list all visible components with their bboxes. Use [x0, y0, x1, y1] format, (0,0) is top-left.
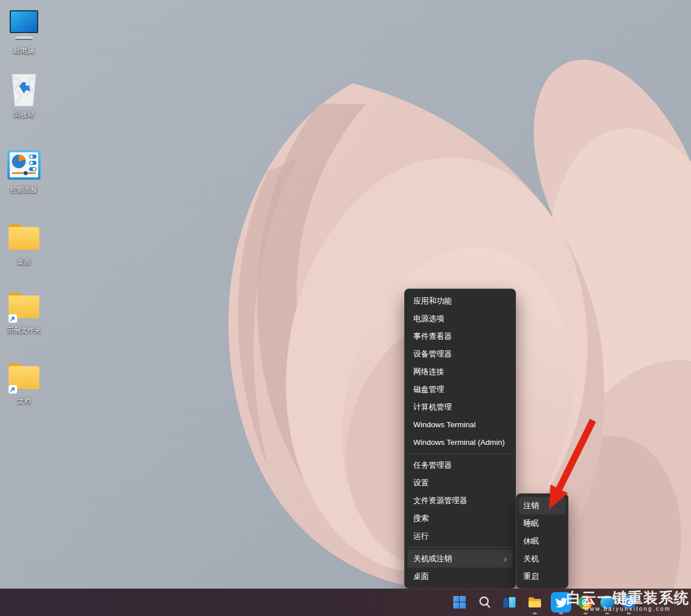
- menu-item-computer-management[interactable]: 计算机管理: [408, 398, 513, 416]
- chevron-right-icon: ›: [504, 550, 507, 568]
- wallpaper-image: [0, 0, 691, 616]
- submenu-item-hibernate[interactable]: 休眠: [519, 532, 566, 550]
- submenu-item-logout[interactable]: 注销: [519, 497, 566, 514]
- shutdown-submenu: 注销 睡眠 休眠 关机 重启: [516, 493, 568, 589]
- folder-shortcut-icon: [5, 286, 43, 324]
- recycle-bin-icon: [5, 71, 43, 108]
- running-indicator: [627, 613, 631, 614]
- menu-item-label: 关机或注销: [413, 554, 452, 563]
- twitter-button[interactable]: [547, 589, 575, 616]
- menu-item-file-explorer[interactable]: 文件资源管理器: [408, 492, 513, 509]
- taskbar-icons: [447, 589, 640, 616]
- app-button[interactable]: [618, 589, 640, 616]
- menu-separator: [405, 547, 515, 548]
- menu-item-desktop[interactable]: 桌面: [408, 568, 513, 585]
- desktop-icon-desktop-folder[interactable]: 桌面: [0, 218, 48, 266]
- chrome-button[interactable]: [575, 589, 596, 616]
- desktop-icon-label: 回收站: [14, 111, 34, 119]
- taskbar: 白云一键重装系统 www.baiyunxitong.com: [0, 589, 691, 616]
- search-button[interactable]: [472, 589, 497, 616]
- start-icon: [453, 595, 466, 609]
- desktop-icon-label: 示例文件夹: [7, 326, 41, 334]
- running-indicator: [533, 613, 537, 614]
- menu-item-run[interactable]: 运行: [408, 527, 513, 545]
- menu-item-device-manager[interactable]: 设备管理器: [408, 345, 513, 363]
- menu-item-settings[interactable]: 设置: [408, 474, 513, 492]
- folder-shortcut-icon: [5, 357, 43, 395]
- winx-context-menu: 应用和功能 电源选项 事件查看器 设备管理器 网络连接 磁盘管理 计算机管理 W…: [404, 289, 516, 589]
- desktop-icon-this-pc[interactable]: 此电脑: [0, 7, 48, 55]
- file-explorer-button[interactable]: [522, 589, 547, 616]
- desktop-icon-label: 文档: [17, 397, 31, 405]
- shortcut-arrow-icon: [9, 314, 17, 323]
- start-button[interactable]: [447, 589, 472, 616]
- desktop-icon-documents[interactable]: 文档: [0, 357, 48, 405]
- menu-item-windows-terminal[interactable]: Windows Terminal: [408, 416, 513, 433]
- running-indicator: [605, 613, 609, 614]
- desktop-icon-label: 此电脑: [14, 47, 34, 55]
- menu-separator: [405, 453, 515, 454]
- menu-item-search[interactable]: 搜索: [408, 509, 513, 527]
- edge-icon: [600, 595, 615, 610]
- app-icon: [621, 595, 636, 610]
- menu-item-windows-terminal-admin[interactable]: Windows Terminal (Admin): [408, 433, 513, 451]
- desktop-icon-label: 桌面: [17, 258, 31, 266]
- submenu-item-shutdown[interactable]: 关机: [519, 550, 566, 568]
- twitter-icon: [551, 592, 571, 613]
- chrome-icon: [578, 595, 593, 610]
- menu-item-power-options[interactable]: 电源选项: [408, 310, 513, 327]
- this-pc-icon: [5, 7, 43, 44]
- menu-item-network-connections[interactable]: 网络连接: [408, 363, 513, 380]
- folder-icon: [5, 218, 43, 256]
- desktop-icon-recycle-bin[interactable]: 回收站: [0, 71, 48, 119]
- desktop-icon-sample-folder[interactable]: 示例文件夹: [0, 286, 48, 334]
- shortcut-arrow-icon: [9, 385, 17, 394]
- menu-item-task-manager[interactable]: 任务管理器: [408, 456, 513, 474]
- task-view-button[interactable]: [497, 589, 522, 616]
- submenu-item-restart[interactable]: 重启: [519, 568, 566, 585]
- desktop-icon-control-panel[interactable]: 控制面板: [0, 146, 48, 194]
- file-explorer-icon: [527, 595, 542, 610]
- control-panel-icon: [5, 146, 43, 184]
- running-indicator: [584, 613, 588, 614]
- menu-item-disk-management[interactable]: 磁盘管理: [408, 380, 513, 398]
- edge-button[interactable]: [596, 589, 618, 616]
- menu-item-event-viewer[interactable]: 事件查看器: [408, 327, 513, 345]
- search-icon: [478, 595, 491, 609]
- task-view-icon: [502, 595, 517, 610]
- menu-item-shutdown-or-logout[interactable]: 关机或注销 ›: [408, 550, 513, 568]
- desktop-icon-label: 控制面板: [10, 186, 38, 194]
- running-indicator: [559, 613, 563, 614]
- desktop: 此电脑 回收站: [0, 0, 691, 616]
- submenu-item-sleep[interactable]: 睡眠: [519, 514, 566, 532]
- menu-item-apps-and-features[interactable]: 应用和功能: [408, 292, 513, 310]
